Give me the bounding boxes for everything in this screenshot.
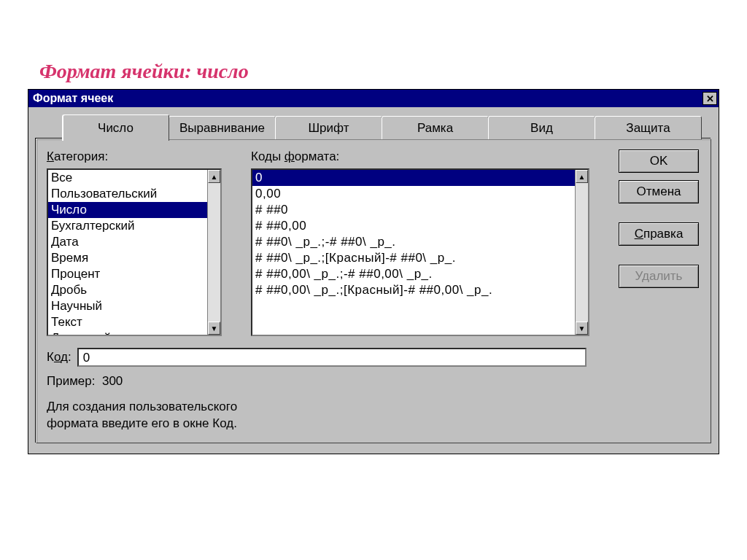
list-item[interactable]: # ##0\ _р_.;[Красный]-# ##0\ _р_. bbox=[252, 250, 575, 266]
tab-protection[interactable]: Защита bbox=[595, 116, 702, 139]
category-items: ВсеПользовательскийЧислоБухгалтерскийДат… bbox=[48, 170, 207, 335]
tab-label: Вид bbox=[530, 121, 553, 135]
category-listbox[interactable]: ВсеПользовательскийЧислоБухгалтерскийДат… bbox=[47, 168, 222, 336]
scroll-up-icon[interactable]: ▲ bbox=[576, 170, 588, 183]
list-item[interactable]: Все bbox=[48, 170, 207, 186]
help-text: Для создания пользовательского формата в… bbox=[47, 399, 700, 432]
tab-patterns[interactable]: Вид bbox=[488, 116, 595, 139]
scroll-down-icon[interactable]: ▼ bbox=[576, 322, 588, 335]
list-item[interactable]: Пользовательский bbox=[48, 186, 207, 202]
delete-button: Удалить bbox=[619, 265, 699, 288]
tab-label: Выравнивание bbox=[179, 121, 265, 135]
scroll-down-icon[interactable]: ▼ bbox=[208, 322, 220, 335]
scroll-up-icon[interactable]: ▲ bbox=[208, 170, 220, 183]
list-item[interactable]: Бухгалтерский bbox=[48, 218, 207, 234]
close-icon: ✕ bbox=[706, 94, 714, 104]
sample-label: Пример: bbox=[47, 374, 96, 388]
page-heading: Формат ячейки: число bbox=[0, 0, 747, 89]
tab-number[interactable]: Число bbox=[62, 114, 169, 141]
list-item[interactable]: Текст bbox=[48, 314, 207, 330]
tab-strip: Число Выравнивание Шрифт Рамка Вид Защит… bbox=[62, 114, 711, 139]
list-item[interactable]: # ##0,00\ _р_.;[Красный]-# ##0,00\ _р_. bbox=[252, 282, 575, 298]
list-item[interactable]: Денежный bbox=[48, 330, 207, 335]
codes-listbox[interactable]: 00,00# ##0# ##0,00# ##0\ _р_.;-# ##0\ _р… bbox=[251, 168, 589, 336]
tab-label: Защита bbox=[626, 121, 670, 135]
tab-label: Число bbox=[98, 121, 133, 135]
mnemonic: К bbox=[47, 149, 54, 163]
cancel-button[interactable]: Отмена bbox=[619, 180, 699, 203]
codes-label: Коды формата: bbox=[251, 149, 589, 164]
list-item[interactable]: Время bbox=[48, 250, 207, 266]
code-input[interactable]: 0 bbox=[77, 348, 587, 367]
scroll-track[interactable] bbox=[208, 183, 220, 322]
help-button[interactable]: Справка bbox=[619, 222, 699, 246]
scroll-track[interactable] bbox=[576, 183, 588, 322]
scrollbar[interactable]: ▲ ▼ bbox=[575, 170, 588, 335]
mnemonic: о bbox=[54, 350, 61, 364]
list-item[interactable]: Дата bbox=[48, 234, 207, 250]
list-item[interactable]: # ##0,00 bbox=[252, 218, 575, 234]
sample-value: 300 bbox=[102, 374, 123, 388]
list-item[interactable]: Число bbox=[48, 202, 207, 218]
tab-panel-number: Категория: ВсеПользовательскийЧислоБухга… bbox=[36, 139, 711, 443]
category-label: Категория: bbox=[47, 149, 222, 164]
tab-label: Шрифт bbox=[309, 121, 349, 135]
tab-label: Рамка bbox=[417, 121, 453, 135]
list-item[interactable]: 0 bbox=[252, 170, 575, 186]
mnemonic: С bbox=[635, 227, 643, 241]
list-item[interactable]: Дробь bbox=[48, 282, 207, 298]
list-item[interactable]: Научный bbox=[48, 298, 207, 314]
format-cells-dialog: Формат ячеек ✕ Число Выравнивание Шрифт … bbox=[28, 89, 719, 454]
code-label: Код: bbox=[47, 350, 71, 365]
list-item[interactable]: # ##0\ _р_.;-# ##0\ _р_. bbox=[252, 234, 575, 250]
list-item[interactable]: # ##0,00\ _р_.;-# ##0,00\ _р_. bbox=[252, 266, 575, 282]
scrollbar[interactable]: ▲ ▼ bbox=[207, 170, 220, 335]
titlebar[interactable]: Формат ячеек ✕ bbox=[28, 90, 719, 107]
list-item[interactable]: # ##0 bbox=[252, 202, 575, 218]
dialog-body: Число Выравнивание Шрифт Рамка Вид Защит… bbox=[28, 107, 719, 454]
list-item[interactable]: 0,00 bbox=[252, 186, 575, 202]
list-item[interactable]: Процент bbox=[48, 266, 207, 282]
close-button[interactable]: ✕ bbox=[703, 92, 717, 105]
sample-row: Пример: 300 bbox=[47, 374, 700, 389]
tab-alignment[interactable]: Выравнивание bbox=[169, 116, 276, 139]
codes-items: 00,00# ##0# ##0,00# ##0\ _р_.;-# ##0\ _р… bbox=[252, 170, 575, 335]
tab-border[interactable]: Рамка bbox=[382, 116, 489, 139]
tab-font[interactable]: Шрифт bbox=[275, 116, 382, 139]
mnemonic: ф bbox=[285, 149, 295, 163]
window-title: Формат ячеек bbox=[33, 92, 113, 105]
ok-button[interactable]: OK bbox=[619, 149, 699, 173]
